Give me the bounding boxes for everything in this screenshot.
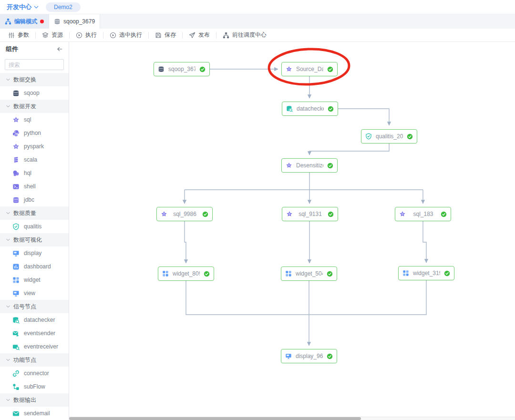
group-data-dev[interactable]: 数据开发 xyxy=(0,100,69,113)
sidebar-item-connector[interactable]: connector xyxy=(0,367,69,380)
scala-icon xyxy=(12,156,20,164)
sidebar-item-datachecker[interactable]: datachecker xyxy=(0,313,69,327)
tab-label: 编辑模式 xyxy=(14,18,37,26)
group-label: 数据开发 xyxy=(13,102,36,111)
database-icon xyxy=(54,18,61,25)
chevron-down-icon xyxy=(6,77,10,82)
canvas-node-display-9653[interactable]: display_9653 xyxy=(281,349,337,363)
star-icon xyxy=(286,211,293,217)
search-input[interactable] xyxy=(5,59,64,70)
node-label: qualitis_2000 xyxy=(376,133,403,140)
chevron-down-icon xyxy=(6,237,10,242)
monitor-icon xyxy=(285,353,292,359)
sidebar-item-shell[interactable]: shell xyxy=(0,180,69,193)
execute-selected-button[interactable]: 选中执行 xyxy=(103,29,148,41)
sidebar-item-view[interactable]: view xyxy=(0,287,69,300)
item-label: subFlow xyxy=(24,383,45,390)
chevron-down-icon xyxy=(6,211,10,215)
publish-button[interactable]: 发布 xyxy=(183,29,216,41)
canvas-node-widget-8097[interactable]: widget_8097 xyxy=(158,266,214,281)
project-tab-demo2[interactable]: Demo2 xyxy=(46,2,81,12)
tab-sqoop-3679[interactable]: sqoop_3679 xyxy=(49,14,100,29)
group-function-nodes[interactable]: 功能节点 xyxy=(0,353,69,367)
scrollbar-thumb[interactable] xyxy=(69,417,361,420)
group-label: 数据可视化 xyxy=(13,236,42,244)
item-label: qualitis xyxy=(24,223,41,230)
item-label: sendemail xyxy=(24,410,50,417)
chevron-down-icon xyxy=(6,104,10,109)
group-data-viz[interactable]: 数据可视化 xyxy=(0,233,69,246)
group-label: 数据输出 xyxy=(13,396,36,404)
success-badge-icon xyxy=(407,133,413,140)
component-sidebar: 组件 数据交换 sqoop 数据开发 sql xyxy=(0,42,69,420)
success-badge-icon xyxy=(328,106,334,112)
canvas-node-sql-9131[interactable]: sql_9131 xyxy=(282,207,338,221)
tool-label: 参数 xyxy=(18,31,29,39)
node-label: Desensitized... xyxy=(296,162,323,169)
params-button[interactable]: 参数 xyxy=(2,29,35,41)
subflow-icon xyxy=(12,383,20,390)
sidebar-header: 组件 xyxy=(0,42,69,56)
database-icon xyxy=(158,66,165,72)
sidebar-item-subflow[interactable]: subFlow xyxy=(0,380,69,393)
sidebar-title: 组件 xyxy=(6,45,18,53)
top-bar: 开发中心 Demo2 xyxy=(0,0,515,14)
item-label: sql xyxy=(24,116,31,123)
sidebar-item-sqoop[interactable]: sqoop xyxy=(0,86,69,100)
sidebar-item-jdbc[interactable]: jdbc xyxy=(0,193,69,206)
tab-edit-mode[interactable]: 编辑模式 xyxy=(0,14,49,29)
sidebar-item-eventsender[interactable]: eventsender xyxy=(0,327,69,340)
star-icon xyxy=(399,211,406,217)
sidebar-item-dashboard[interactable]: dashboard xyxy=(0,260,69,273)
sidebar-item-eventreceiver[interactable]: eventreceiver xyxy=(0,340,69,353)
canvas-node-qualitis-2000[interactable]: qualitis_2000 xyxy=(361,129,417,143)
shield-check-icon xyxy=(365,133,372,140)
save-button[interactable]: 保存 xyxy=(149,29,182,41)
sidebar-item-hql[interactable]: hql xyxy=(0,166,69,180)
sidebar-item-sql[interactable]: sql xyxy=(0,113,69,126)
hive-icon xyxy=(12,170,20,177)
execute-button[interactable]: 执行 xyxy=(70,29,103,41)
group-data-output[interactable]: 数据输出 xyxy=(0,393,69,407)
item-label: pyspark xyxy=(24,143,44,150)
canvas-node-widget-3197[interactable]: widget_3197 xyxy=(398,266,454,280)
goto-scheduler-button[interactable]: 前往调度中心 xyxy=(216,29,273,41)
item-label: sqoop xyxy=(24,90,40,96)
workflow-canvas[interactable]: sqoop_3679 Source_Data datachecker... qu… xyxy=(69,42,515,420)
canvas-node-sql-183[interactable]: sql_183 xyxy=(395,207,451,221)
item-label: hql xyxy=(24,170,31,176)
sidebar-item-pyspark[interactable]: pyspark xyxy=(0,140,69,153)
workspace-menu[interactable]: 开发中心 xyxy=(7,3,39,11)
node-label: sql_9986 xyxy=(171,211,198,217)
shell-icon xyxy=(12,183,20,190)
success-badge-icon xyxy=(199,66,206,72)
monitor-icon xyxy=(12,290,20,297)
canvas-node-datachecker[interactable]: datachecker... xyxy=(282,102,338,116)
org-chart-icon xyxy=(223,32,229,39)
tool-label: 资源 xyxy=(52,31,63,39)
group-signal-nodes[interactable]: 信号节点 xyxy=(0,300,69,313)
star-icon xyxy=(12,116,20,123)
collapse-arrow-icon[interactable] xyxy=(56,46,63,52)
success-badge-icon xyxy=(441,211,447,217)
sidebar-item-display[interactable]: display xyxy=(0,246,69,260)
sidebar-item-scala[interactable]: scala xyxy=(0,153,69,166)
canvas-node-source-data[interactable]: Source_Data xyxy=(281,62,338,76)
sidebar-item-widget[interactable]: widget xyxy=(0,273,69,287)
python-icon xyxy=(12,130,20,137)
item-label: python xyxy=(24,130,41,136)
chevron-down-icon xyxy=(6,358,10,362)
sidebar-item-python[interactable]: python xyxy=(0,126,69,140)
group-data-quality[interactable]: 数据质量 xyxy=(0,206,69,220)
canvas-node-sqoop-3679[interactable]: sqoop_3679 xyxy=(154,62,210,76)
sidebar-item-qualitis[interactable]: qualitis xyxy=(0,220,69,233)
canvas-node-widget-5045[interactable]: widget_5045 xyxy=(281,266,337,281)
widget-grid-icon xyxy=(12,277,20,284)
resources-button[interactable]: 资源 xyxy=(36,29,69,41)
sidebar-item-sendemail[interactable]: sendemail xyxy=(0,407,69,420)
canvas-node-sql-9986[interactable]: sql_9986 xyxy=(156,207,213,221)
paper-plane-icon xyxy=(189,32,196,39)
canvas-node-desensitized[interactable]: Desensitized... xyxy=(281,158,338,173)
toolbar: 参数 资源 执行 选中执行 保存 发布 前往调度中心 xyxy=(0,29,515,42)
group-data-exchange[interactable]: 数据交换 xyxy=(0,73,69,86)
